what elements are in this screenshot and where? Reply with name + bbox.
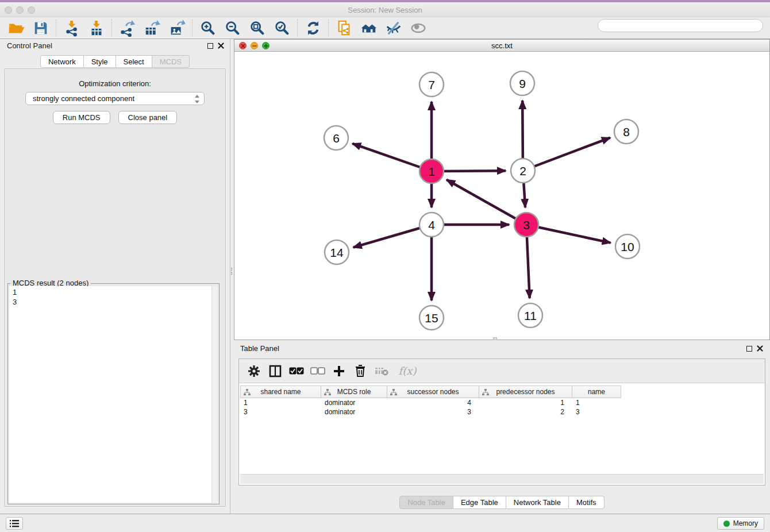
cell-successor-nodes[interactable]: 3: [387, 407, 479, 417]
add-column-icon[interactable]: [331, 363, 347, 379]
node-table-container: f(x) shared nameMCDS rolesuccessor nodes…: [238, 358, 765, 485]
node-table: shared nameMCDS rolesuccessor nodesprede…: [240, 385, 764, 473]
table-row[interactable]: 1dominator411: [240, 398, 764, 407]
float-panel-icon[interactable]: [207, 43, 213, 49]
edge-3-1[interactable]: [446, 180, 526, 225]
mcds-panel: Optimization criterion: strongly connect…: [4, 68, 226, 507]
zoom-selected-icon[interactable]: [270, 18, 294, 38]
function-builder-icon[interactable]: f(x): [395, 363, 420, 379]
table-panel: Table Panel: [234, 340, 770, 514]
delete-table-icon[interactable]: [374, 363, 390, 379]
result-scrollbar[interactable]: [211, 286, 218, 503]
close-table-panel-icon[interactable]: [757, 345, 763, 352]
tab-network-table[interactable]: Network Table: [506, 496, 569, 509]
node-label-15: 15: [425, 311, 438, 325]
tab-style[interactable]: Style: [84, 55, 116, 68]
criterion-dropdown[interactable]: strongly connected component: [25, 92, 205, 105]
column-header-shared-name[interactable]: shared name: [240, 385, 321, 398]
node-label-6: 6: [333, 132, 340, 145]
network-view-window: scc.txt 7968124314101511: [234, 39, 770, 340]
node-label-2: 2: [519, 164, 526, 178]
export-network-icon[interactable]: [115, 18, 140, 38]
column-header-name[interactable]: name: [572, 385, 621, 398]
node-label-7: 7: [428, 78, 435, 91]
table-header-row: shared nameMCDS rolesuccessor nodesprede…: [240, 385, 764, 398]
clone-network-icon[interactable]: [332, 18, 356, 38]
criterion-dropdown-value: strongly connected component: [33, 94, 134, 103]
network-window-titlebar[interactable]: scc.txt: [234, 40, 769, 52]
refresh-icon[interactable]: [301, 18, 325, 38]
select-all-icon[interactable]: [288, 363, 305, 379]
table-toolbar: f(x): [239, 359, 765, 383]
network-canvas[interactable]: 7968124314101511: [234, 52, 769, 340]
deselect-all-icon[interactable]: [310, 363, 326, 379]
edge-3-10[interactable]: [526, 225, 611, 243]
cell-name[interactable]: 1: [572, 398, 621, 407]
save-session-icon[interactable]: [28, 18, 53, 38]
close-panel-icon[interactable]: [218, 43, 224, 49]
cell-predecessor-nodes[interactable]: 2: [479, 407, 572, 417]
toolbar-separator: [192, 20, 192, 37]
memory-button[interactable]: Memory: [717, 517, 764, 530]
toolbar-separator: [328, 20, 329, 37]
hide-selected-icon[interactable]: [381, 18, 406, 38]
tab-select[interactable]: Select: [116, 55, 152, 68]
tab-motifs[interactable]: Motifs: [569, 496, 605, 509]
zoom-fit-icon[interactable]: [245, 18, 270, 38]
tab-node-table[interactable]: Node Table: [399, 496, 453, 509]
open-session-icon[interactable]: [3, 18, 28, 38]
result-line: 1: [13, 287, 214, 297]
cell-predecessor-nodes[interactable]: 1: [479, 398, 572, 407]
toolbar-separator: [297, 20, 298, 37]
control-panel-tabs: NetworkStyleSelectMCDS: [0, 55, 230, 68]
node-label-4: 4: [428, 218, 435, 232]
run-mcds-button[interactable]: Run MCDS: [53, 111, 110, 124]
table-body: 1dominator4113dominator323: [240, 398, 764, 417]
cell-MCDS-role[interactable]: dominator: [321, 398, 387, 407]
network-canvas-svg: 7968124314101511: [234, 52, 769, 340]
export-image-icon[interactable]: [164, 18, 189, 38]
cell-shared-name[interactable]: 1: [240, 398, 321, 407]
table-row[interactable]: 3dominator323: [240, 407, 764, 417]
float-table-panel-icon[interactable]: [746, 346, 752, 352]
toolbar-separator: [56, 20, 56, 37]
status-bar: Memory: [0, 514, 770, 532]
tab-network[interactable]: Network: [40, 55, 84, 68]
node-label-1: 1: [428, 165, 435, 178]
memory-label: Memory: [733, 519, 758, 527]
first-neighbors-icon[interactable]: [356, 18, 381, 38]
mcds-result-group: MCDS result (2 nodes) 13: [7, 283, 220, 504]
optimization-criterion-label: Optimization criterion:: [5, 79, 225, 88]
table-settings-icon[interactable]: [246, 363, 262, 379]
split-panel-icon[interactable]: [267, 363, 283, 379]
node-label-14: 14: [330, 246, 344, 259]
export-table-icon[interactable]: [140, 18, 164, 38]
task-history-icon[interactable]: [6, 517, 23, 530]
tab-edge-table[interactable]: Edge Table: [453, 496, 506, 509]
node-label-8: 8: [623, 125, 630, 138]
tab-mcds[interactable]: MCDS: [152, 55, 190, 68]
column-header-successor-nodes[interactable]: successor nodes: [387, 385, 479, 398]
edge-2-8[interactable]: [523, 138, 610, 171]
node-label-3: 3: [523, 218, 530, 232]
control-panel: Control Panel NetworkStyleSelectMCDS Opt…: [0, 39, 230, 514]
zoom-in-icon[interactable]: [195, 18, 220, 38]
show-all-icon[interactable]: [406, 18, 430, 38]
mcds-result-text[interactable]: 13: [9, 286, 218, 503]
cell-successor-nodes[interactable]: 4: [387, 398, 479, 407]
import-table-icon[interactable]: [84, 18, 109, 38]
column-header-MCDS-role[interactable]: MCDS role: [321, 385, 387, 398]
chevron-updown-icon: [194, 94, 200, 106]
close-panel-button[interactable]: Close panel: [118, 111, 178, 124]
cell-MCDS-role[interactable]: dominator: [321, 407, 387, 417]
cell-name[interactable]: 3: [572, 407, 621, 417]
main-toolbar: [0, 17, 770, 39]
zoom-out-icon[interactable]: [220, 18, 245, 38]
cell-shared-name[interactable]: 3: [240, 407, 321, 417]
table-horizontal-scrollbar[interactable]: [240, 474, 764, 484]
delete-column-icon[interactable]: [352, 363, 368, 379]
result-line: 3: [13, 297, 214, 307]
import-network-icon[interactable]: [59, 18, 84, 38]
search-input[interactable]: [598, 19, 763, 32]
column-header-predecessor-nodes[interactable]: predecessor nodes: [479, 385, 572, 398]
